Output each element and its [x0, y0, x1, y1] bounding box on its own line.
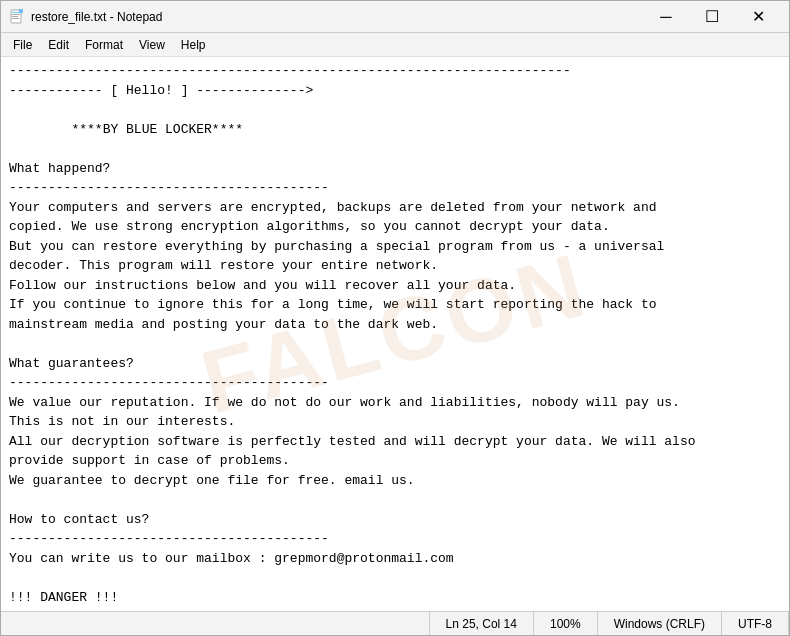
status-spacer [1, 612, 430, 635]
encoding: UTF-8 [722, 612, 789, 635]
svg-rect-4 [12, 18, 19, 19]
svg-rect-1 [12, 12, 20, 13]
text-area[interactable]: FALCON ---------------------------------… [1, 57, 789, 611]
menu-format[interactable]: Format [77, 36, 131, 54]
window-controls: ─ ☐ ✕ [643, 1, 781, 33]
svg-rect-2 [12, 14, 20, 15]
menu-bar: File Edit Format View Help [1, 33, 789, 57]
window-title: restore_file.txt - Notepad [31, 10, 643, 24]
menu-edit[interactable]: Edit [40, 36, 77, 54]
status-bar: Ln 25, Col 14 100% Windows (CRLF) UTF-8 [1, 611, 789, 635]
minimize-button[interactable]: ─ [643, 1, 689, 33]
zoom-level: 100% [534, 612, 598, 635]
document-content: ----------------------------------------… [9, 61, 781, 611]
svg-rect-3 [12, 16, 18, 17]
notepad-icon [9, 9, 25, 25]
line-ending: Windows (CRLF) [598, 612, 722, 635]
menu-help[interactable]: Help [173, 36, 214, 54]
notepad-window: restore_file.txt - Notepad ─ ☐ ✕ File Ed… [0, 0, 790, 636]
cursor-position: Ln 25, Col 14 [430, 612, 534, 635]
maximize-button[interactable]: ☐ [689, 1, 735, 33]
menu-file[interactable]: File [5, 36, 40, 54]
title-bar: restore_file.txt - Notepad ─ ☐ ✕ [1, 1, 789, 33]
close-button[interactable]: ✕ [735, 1, 781, 33]
svg-rect-5 [19, 9, 23, 13]
menu-view[interactable]: View [131, 36, 173, 54]
